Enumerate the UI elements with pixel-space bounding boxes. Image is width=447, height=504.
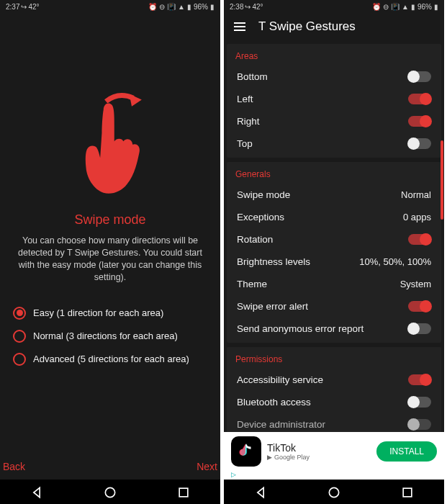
next-button[interactable]: Next bbox=[197, 461, 217, 472]
row-label: Device administrator bbox=[237, 419, 325, 430]
toggle[interactable] bbox=[408, 234, 431, 245]
battery-icon: ▮ bbox=[210, 3, 215, 11]
row-anon-report[interactable]: Send anonymous error report bbox=[227, 318, 441, 340]
row-swipe-error[interactable]: Swipe error alert bbox=[227, 295, 441, 318]
row-label: Left bbox=[237, 94, 253, 104]
signal-icon: ▮ bbox=[411, 3, 415, 11]
nav-back-icon[interactable] bbox=[253, 485, 268, 500]
radio-easy[interactable]: Easy (1 direction for each area) bbox=[13, 307, 207, 320]
row-value: System bbox=[400, 279, 431, 289]
signal-icon: ▮ bbox=[187, 3, 191, 11]
ad-install-button[interactable]: INSTALL bbox=[376, 441, 437, 462]
row-label: Bottom bbox=[237, 71, 268, 82]
row-label: Rotation bbox=[237, 234, 273, 245]
radio-icon bbox=[13, 330, 26, 343]
area-left[interactable]: Left bbox=[227, 88, 441, 110]
status-bar: 2:38 ↪ 42° ⏰ ⊖ 📳 ▲ ▮ 96% ▮ bbox=[224, 0, 444, 12]
battery-icon: ▮ bbox=[434, 3, 438, 11]
row-label: Swipe mode bbox=[237, 189, 290, 200]
ad-subtitle: ▶ Google Play bbox=[267, 454, 371, 461]
radio-label: Normal (3 directions for each area) bbox=[33, 330, 178, 341]
nav-recent-icon[interactable] bbox=[176, 485, 191, 500]
menu-icon[interactable] bbox=[234, 22, 245, 31]
toggle[interactable] bbox=[408, 71, 431, 82]
radio-normal[interactable]: Normal (3 directions for each area) bbox=[13, 330, 207, 343]
row-label: Bluetooth access bbox=[237, 397, 311, 408]
svg-marker-0 bbox=[130, 94, 142, 106]
android-nav-bar bbox=[224, 480, 444, 504]
ad-banner[interactable]: TikTok ▶ Google Play INSTALL bbox=[224, 432, 444, 471]
row-label: Send anonymous error report bbox=[237, 323, 364, 334]
status-time: 2:38 bbox=[230, 3, 243, 11]
row-label: Right bbox=[237, 116, 260, 127]
nav-back-icon[interactable] bbox=[30, 485, 44, 500]
row-value: 10%, 50%, 100% bbox=[359, 256, 431, 267]
toggle[interactable] bbox=[408, 323, 431, 334]
row-rotation[interactable]: Rotation bbox=[227, 228, 441, 251]
row-label: Brightness levels bbox=[237, 256, 310, 267]
radio-label: Advanced (5 directions for each area) bbox=[33, 354, 189, 364]
nav-home-icon[interactable] bbox=[327, 485, 341, 500]
svg-rect-2 bbox=[179, 488, 188, 497]
onboarding-description: You can choose how many directions will … bbox=[13, 235, 207, 284]
svg-point-3 bbox=[329, 487, 338, 497]
scrollbar[interactable] bbox=[441, 140, 443, 220]
toggle[interactable] bbox=[408, 94, 431, 104]
section-generals: Generals Swipe modeNormal Exceptions0 ap… bbox=[227, 162, 441, 343]
toggle[interactable] bbox=[408, 116, 431, 127]
section-title: Generals bbox=[227, 162, 441, 184]
row-brightness[interactable]: Brightness levels10%, 50%, 100% bbox=[227, 251, 441, 273]
app-bar: T Swipe Gestures bbox=[224, 12, 444, 40]
status-time: 2:37 bbox=[6, 3, 19, 11]
row-value: 0 apps bbox=[403, 212, 431, 222]
area-bottom[interactable]: Bottom bbox=[227, 66, 441, 88]
alarm-icon: ⏰ bbox=[372, 3, 381, 11]
settings-screen: 2:38 ↪ 42° ⏰ ⊖ 📳 ▲ ▮ 96% ▮ T Swipe Gestu… bbox=[224, 0, 444, 504]
area-top[interactable]: Top bbox=[227, 132, 441, 155]
row-theme[interactable]: ThemeSystem bbox=[227, 273, 441, 295]
toggle[interactable] bbox=[408, 419, 431, 430]
row-bluetooth[interactable]: Bluetooth access bbox=[227, 391, 441, 413]
vibrate-icon: 📳 bbox=[167, 3, 176, 11]
row-accessibility[interactable]: Accessibility service bbox=[227, 369, 441, 391]
row-label: Theme bbox=[237, 279, 267, 289]
battery-pct: 96% bbox=[417, 3, 432, 11]
row-device-admin[interactable]: Device administrator bbox=[227, 413, 441, 432]
svg-point-1 bbox=[105, 487, 114, 497]
back-button[interactable]: Back bbox=[3, 461, 25, 472]
wifi-icon: ▲ bbox=[178, 3, 185, 11]
row-label: Exceptions bbox=[237, 212, 284, 222]
row-swipe-mode[interactable]: Swipe modeNormal bbox=[227, 184, 441, 206]
section-permissions: Permissions Accessibility service Blueto… bbox=[227, 347, 441, 432]
toggle[interactable] bbox=[408, 397, 431, 408]
toggle[interactable] bbox=[408, 301, 431, 312]
row-value: Normal bbox=[401, 189, 431, 200]
swipe-mode-options: Easy (1 direction for each area) Normal … bbox=[13, 297, 207, 376]
row-label: Swipe error alert bbox=[237, 301, 308, 312]
vibrate-icon: 📳 bbox=[391, 3, 399, 11]
dnd-icon: ⊖ bbox=[383, 3, 389, 11]
row-exceptions[interactable]: Exceptions0 apps bbox=[227, 206, 441, 228]
area-right[interactable]: Right bbox=[227, 110, 441, 132]
toggle[interactable] bbox=[408, 374, 431, 385]
status-bar: 2:37 ↪ 42° ⏰ ⊖ 📳 ▲ ▮ 96% ▮ bbox=[0, 0, 220, 12]
radio-label: Easy (1 direction for each area) bbox=[33, 307, 163, 318]
nav-recent-icon[interactable] bbox=[400, 485, 415, 500]
status-temp: 42° bbox=[28, 3, 39, 11]
alarm-icon: ⏰ bbox=[148, 3, 157, 11]
toggle[interactable] bbox=[408, 138, 431, 149]
swipe-hand-illustration bbox=[13, 12, 207, 199]
android-nav-bar bbox=[0, 480, 220, 504]
section-title: Areas bbox=[227, 44, 441, 66]
battery-pct: 96% bbox=[194, 3, 208, 11]
settings-list[interactable]: Areas Bottom Left Right Top Generals Swi… bbox=[224, 40, 444, 432]
nav-home-icon[interactable] bbox=[103, 485, 117, 500]
status-temp: 42° bbox=[252, 3, 263, 11]
radio-icon bbox=[13, 353, 26, 366]
onboarding-screen: 2:37 ↪ 42° ⏰ ⊖ 📳 ▲ ▮ 96% ▮ Swipe mode Yo… bbox=[0, 0, 220, 504]
row-label: Top bbox=[237, 138, 253, 149]
radio-advanced[interactable]: Advanced (5 directions for each area) bbox=[13, 353, 207, 366]
section-title: Permissions bbox=[227, 347, 441, 369]
ad-marker-icon[interactable]: ▷ bbox=[224, 471, 444, 480]
section-areas: Areas Bottom Left Right Top bbox=[227, 44, 441, 158]
